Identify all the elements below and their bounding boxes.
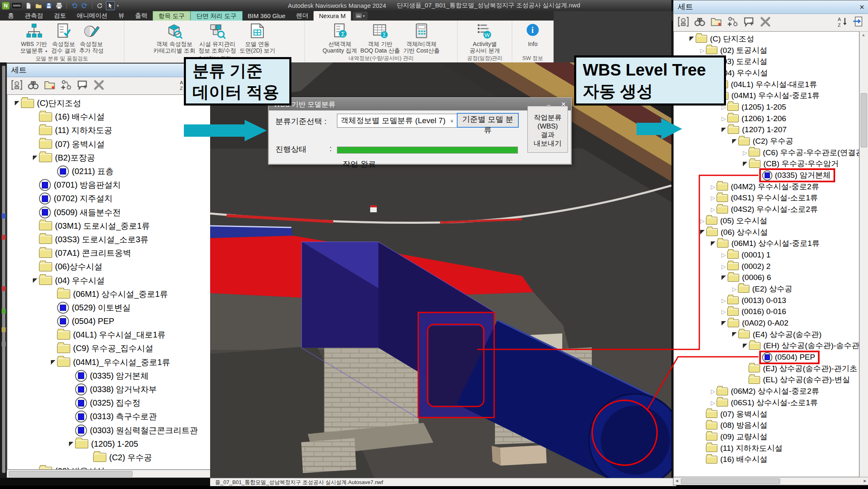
tree-item[interactable]: (0335) 암거본체 <box>7 369 210 383</box>
tree-item[interactable]: (CB) 우수공-우수암거 <box>674 158 859 170</box>
tree-item[interactable]: (06M1) 상수시설_중로1류 <box>7 287 210 301</box>
menu-tab[interactable]: BIM 360 Glue <box>243 11 291 21</box>
tree-item[interactable]: (C)단지조성 <box>7 96 210 110</box>
expander-closed-icon[interactable]: ▷ <box>721 297 726 304</box>
expander-open-icon[interactable] <box>721 128 726 132</box>
scroll-up-icon[interactable]: ▲ <box>860 32 867 38</box>
tree-item[interactable]: (11) 지하차도시설 <box>674 443 859 454</box>
cursor-icon[interactable] <box>106 1 115 10</box>
display-options-button[interactable]: ▾ <box>353 12 367 20</box>
tree-item[interactable]: (0504) PEP <box>7 315 210 328</box>
tree-item[interactable]: (1205) 1-205 <box>7 437 210 451</box>
tree-item[interactable]: (C9) 우수공_집수시설 <box>7 342 210 355</box>
undo-icon[interactable] <box>70 2 78 10</box>
tree-item[interactable]: (0509) 새들분수전 <box>7 206 210 219</box>
tree-item[interactable]: (0701) 방음판설치 <box>7 178 210 192</box>
tree-item[interactable]: ▷(04S1) 우수시설-소로1류 <box>674 193 859 204</box>
expander-open-icon[interactable] <box>689 37 694 41</box>
expander-closed-icon[interactable]: ▷ <box>711 206 715 213</box>
menu-tab[interactable]: 관측점 <box>19 11 48 21</box>
expander-open-icon[interactable] <box>743 344 747 348</box>
redo-icon[interactable] <box>80 2 89 10</box>
expander-closed-icon[interactable]: ▷ <box>721 263 726 270</box>
open-icon[interactable] <box>34 2 43 10</box>
ribbon-button[interactable]: 모델 연동도면(2D) 보기 <box>238 22 277 54</box>
ribbon-button[interactable]: iInfo <box>522 22 543 47</box>
tree-item[interactable]: ▷(1206) 1-206 <box>674 113 859 124</box>
scroll-left-icon[interactable]: ◀ <box>673 478 680 484</box>
classify-by-criteria-button[interactable]: 기준별 모델 분류 <box>457 113 519 128</box>
expander-closed-icon[interactable]: ▷ <box>743 149 747 156</box>
add-set-icon[interactable] <box>60 79 72 92</box>
tree-item[interactable]: (EH) 상수공(송수관)-송수관로( <box>674 340 859 352</box>
ribbon-button[interactable]: Σ객체 기반BOQ Data 산출 <box>359 22 401 54</box>
tree-item[interactable]: (06M1) 상수시설-중로1류 <box>674 238 859 249</box>
menu-tab[interactable]: 단면 처리 도구 <box>190 11 242 21</box>
tree-item[interactable]: (09) 교량시설 <box>674 431 859 443</box>
tree-item[interactable]: (0702) 지주설치 <box>7 192 210 205</box>
tree-item[interactable]: ▷(0001) 1 <box>674 249 859 261</box>
left-edge-scrollbar[interactable] <box>0 62 7 478</box>
tree-item[interactable]: (07) 옹벽시설 <box>7 138 210 151</box>
tree-item[interactable]: (03S3) 도로시설_소로3류 <box>7 233 210 246</box>
delete-icon[interactable] <box>93 79 105 92</box>
tree-item[interactable]: (08) 방음시설 <box>7 464 210 470</box>
ribbon-button[interactable]: 객체/비객체기반 Cost산출 <box>402 22 442 54</box>
tree-item[interactable]: (0313) 측구수로관 <box>7 410 210 423</box>
menu-tab[interactable]: 렌더 <box>291 11 314 21</box>
expander-closed-icon[interactable]: ▷ <box>700 218 705 224</box>
print-icon[interactable] <box>55 2 63 10</box>
tree-item[interactable]: (0303) 원심력철근콘크리트관 <box>7 424 210 437</box>
expander-open-icon[interactable] <box>743 162 747 166</box>
ribbon-button[interactable]: WBS 기반모델분류 ▼ <box>18 22 50 55</box>
tree-item[interactable]: (16) 배수시설 <box>674 454 859 465</box>
ribbon-button[interactable]: 시설 유지관리정보 조회/수정 <box>197 22 238 54</box>
expander-open-icon[interactable] <box>15 101 19 106</box>
expander-closed-icon[interactable]: ▷ <box>711 388 715 395</box>
menu-tab[interactable]: 홈 <box>2 11 19 21</box>
tree-item[interactable]: (0529) 이토변실 <box>7 301 210 315</box>
tree-item[interactable]: (07) 옹벽시설 <box>674 409 859 420</box>
menu-tab[interactable]: 검토 <box>48 11 71 21</box>
horizontal-scrollbar[interactable]: ◀ ▶ <box>673 477 868 485</box>
tree-item[interactable]: (C2) 우수공 <box>7 451 210 464</box>
tree-item[interactable]: ▷(02) 토공시설 <box>674 45 859 56</box>
expander-open-icon[interactable] <box>721 321 726 326</box>
tree-item[interactable]: ▷(0002) 2 <box>674 261 859 272</box>
tree-item[interactable]: (11) 지하차도공 <box>7 124 210 137</box>
delete-icon[interactable] <box>760 16 771 29</box>
tree-item[interactable]: (04L1) 우수시설_대로1류 <box>7 328 210 342</box>
app-logo-icon[interactable]: N <box>2 2 9 9</box>
expander-open-icon[interactable] <box>51 360 55 365</box>
tree-item[interactable]: ▷(0016) 0-016 <box>674 306 859 318</box>
menu-tab[interactable]: 뷰 <box>113 11 130 21</box>
expander-open-icon[interactable] <box>33 278 37 283</box>
ribbon-button[interactable]: WActivity별공사비 분개 <box>468 22 502 54</box>
scroll-right-icon[interactable]: ▶ <box>862 478 868 484</box>
comment-icon[interactable] <box>77 79 88 92</box>
expander-open-icon[interactable] <box>732 139 737 144</box>
tree-item[interactable]: (B2)포장공 <box>7 151 210 165</box>
new-doc-icon[interactable] <box>24 2 32 10</box>
tree-item[interactable]: ▷(0013) 0-013 <box>674 295 859 306</box>
expander-closed-icon[interactable]: ▷ <box>711 399 715 406</box>
tree-item[interactable]: (0A02) 0-A02 <box>674 317 859 329</box>
find-icon[interactable] <box>694 16 705 29</box>
expander-open-icon[interactable] <box>700 230 705 234</box>
tree-item[interactable]: (1207) 1-207 <box>674 124 859 136</box>
expander-closed-icon[interactable]: ▷ <box>711 184 715 190</box>
expander-closed-icon[interactable]: ▷ <box>721 308 726 315</box>
new-folder-icon[interactable] <box>710 16 722 29</box>
refresh-icon[interactable] <box>96 2 104 10</box>
ribbon-button[interactable]: 속성정보추가 작성 <box>78 22 105 54</box>
tree-item[interactable]: (06)상수시설 <box>7 260 210 273</box>
expander-closed-icon[interactable]: ▷ <box>721 115 726 122</box>
tree-item[interactable]: (0325) 집수정 <box>7 396 210 410</box>
add-set-icon[interactable] <box>727 16 738 29</box>
close-icon[interactable]: × <box>859 3 864 11</box>
tree-item[interactable]: ▷(E2) 상수공 <box>674 283 859 295</box>
sets-tree-left[interactable]: (C)단지조성(16) 배수시설(11) 지하차도공(07) 옹벽시설(B2)포… <box>7 94 211 470</box>
vertical-scrollbar[interactable]: ▲ <box>859 31 868 477</box>
tree-item[interactable]: (0338) 암거낙차부 <box>7 383 210 396</box>
chevron-down-icon[interactable]: ▾ <box>117 4 119 8</box>
